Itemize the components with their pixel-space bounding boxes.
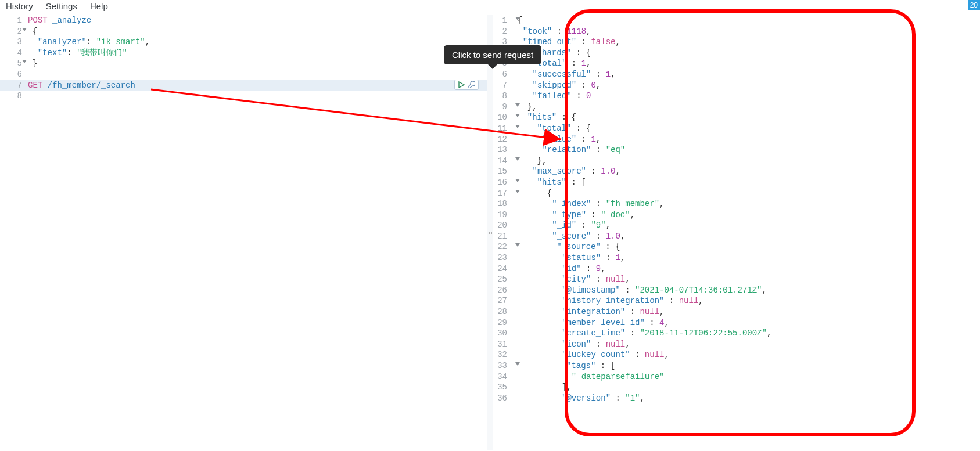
line-action-buttons (454, 80, 479, 90)
menu-settings[interactable]: Settings (46, 1, 77, 11)
status-badge: 20 (968, 0, 980, 10)
send-request-icon[interactable] (457, 81, 465, 89)
svg-rect-1 (491, 232, 492, 234)
response-viewer[interactable]: 1{ 2 "took" : 1118, 3 "timed_out" : fals… (493, 15, 980, 450)
pane-splitter[interactable] (487, 15, 493, 450)
svg-rect-0 (489, 232, 490, 234)
request-editor[interactable]: 1POST _analyze 2{ 3 "analyzer": "ik_smar… (0, 15, 487, 450)
menu-help[interactable]: Help (90, 1, 108, 11)
endpoint-analyze: _analyze (52, 16, 91, 25)
menu-history[interactable]: History (6, 1, 33, 11)
endpoint-search: /fh_member/_search (48, 81, 135, 90)
wrench-icon[interactable] (468, 81, 476, 89)
method-get: GET (28, 81, 42, 90)
main-split: 1POST _analyze 2{ 3 "analyzer": "ik_smar… (0, 15, 980, 450)
menubar: History Settings Help (0, 0, 980, 15)
method-post: POST (28, 16, 48, 25)
